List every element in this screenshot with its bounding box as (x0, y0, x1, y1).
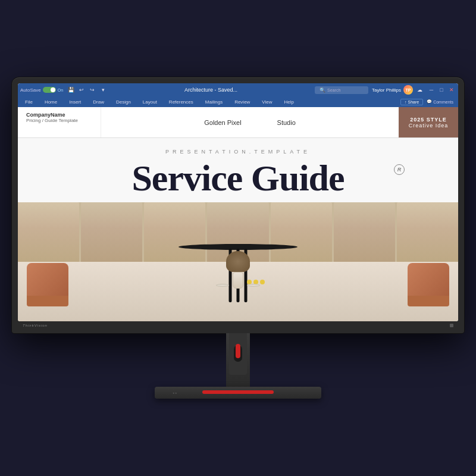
tab-draw[interactable]: Draw (90, 98, 107, 106)
centerpiece (226, 251, 250, 289)
golden-pixel: Golden Pixel (204, 119, 241, 126)
wood-panel-6 (334, 202, 395, 268)
tab-home[interactable]: Home (42, 98, 60, 106)
tab-view[interactable]: View (259, 98, 274, 106)
monitor-wrapper: AutoSave On 💾 ↩ ↪ ▾ Architecture - Saved… (6, 77, 470, 399)
search-placeholder: Search (327, 88, 340, 92)
user-avatar[interactable]: TP (403, 85, 413, 95)
base-logo-area: ●● (173, 391, 177, 394)
chair-left (27, 263, 68, 317)
comments-icon: 💬 (427, 99, 432, 104)
chair-right-seat (408, 296, 449, 306)
word-ribbon-tabs: File Home Insert Draw Design Layout Refe… (18, 96, 458, 107)
minimize-button[interactable]: ─ (427, 86, 436, 94)
service-guide-title: Service Guide (18, 159, 458, 202)
search-icon: 🔍 (320, 87, 325, 93)
word-titlebar: AutoSave On 💾 ↩ ↪ ▾ Architecture - Saved… (18, 83, 458, 96)
monitor-indicator[interactable] (450, 324, 453, 327)
doc-title-center: Golden Pixel Studio (101, 107, 399, 137)
doc-company-area: CompanyName Pricing / Guide Template (18, 107, 101, 137)
monitor-base: ●● (155, 387, 321, 399)
autosave-state: On (58, 88, 63, 92)
window-controls: ─ □ ✕ (427, 86, 456, 94)
plate-left (216, 284, 229, 287)
autosave-toggle[interactable] (43, 87, 56, 93)
maximize-button[interactable]: □ (437, 86, 446, 94)
neck-red-accent (236, 344, 240, 358)
wood-panel-7 (397, 202, 458, 268)
doc-body: PRESENTATION.TEMPLATE Service Guide R (18, 138, 458, 321)
close-button[interactable]: ✕ (447, 86, 456, 94)
style-year-label: 2025 STYLE (410, 117, 447, 123)
style-badge: 2025 STYLE Creative Idea (399, 107, 458, 137)
toggle-dot (51, 87, 55, 92)
undo-icon[interactable]: ↩ (77, 86, 86, 94)
plate-right (247, 284, 260, 287)
chair-left-seat (27, 296, 68, 306)
plant-top (226, 251, 250, 272)
search-bar[interactable]: 🔍 Search (315, 86, 368, 94)
chair-left-back (27, 263, 68, 296)
user-area: Taylor Phillips TP ☁ (372, 85, 424, 95)
user-name: Taylor Phillips (372, 87, 401, 93)
save-icon[interactable]: 💾 (67, 86, 75, 94)
neck-body (229, 333, 247, 375)
share-button[interactable]: ↑ Share (400, 99, 423, 105)
tab-design[interactable]: Design (114, 98, 133, 106)
pricing-guide: Pricing / Guide Template (26, 118, 92, 123)
tab-file[interactable]: File (23, 98, 35, 106)
tab-layout[interactable]: Layout (140, 98, 159, 106)
plates-area (216, 284, 260, 287)
cloud-icon[interactable]: ☁ (415, 86, 424, 94)
monitor-bottom: ThinkVision (18, 321, 458, 330)
monitor-screen-area: AutoSave On 💾 ↩ ↪ ▾ Architecture - Saved… (18, 83, 458, 321)
wood-panel-2 (81, 202, 142, 268)
company-name: CompanyName (26, 112, 92, 118)
thinkvision-logo: ThinkVision (23, 324, 48, 327)
studio-text: Studio (277, 119, 296, 126)
tab-mailings[interactable]: Mailings (203, 98, 225, 106)
monitor-neck (226, 333, 250, 387)
redo-icon[interactable]: ↪ (88, 86, 96, 94)
chair-right (408, 263, 449, 317)
screen-content: AutoSave On 💾 ↩ ↪ ▾ Architecture - Saved… (18, 83, 458, 321)
title-filename: Architecture - Saved... (111, 87, 311, 93)
ribbon-right: ↑ Share 💬 Comments (400, 99, 453, 105)
base-red-strip (202, 390, 274, 394)
comments-label: Comments (433, 100, 453, 104)
share-label: Share (408, 100, 419, 104)
style-idea-label: Creative Idea (409, 123, 449, 129)
customize-icon[interactable]: ▾ (99, 86, 107, 94)
autosave-label: AutoSave (20, 87, 41, 93)
autosave-area: AutoSave On (20, 87, 63, 93)
titlebar-icons: 💾 ↩ ↪ ▾ (67, 86, 107, 94)
tab-insert[interactable]: Insert (67, 98, 83, 106)
fruit-3 (260, 280, 265, 284)
comments-button[interactable]: 💬 Comments (427, 99, 453, 105)
doc-header: CompanyName Pricing / Guide Template Gol… (18, 107, 458, 138)
presentation-subtitle: PRESENTATION.TEMPLATE (18, 138, 458, 159)
registered-badge: R (394, 164, 405, 175)
chair-right-back (408, 263, 449, 296)
tab-references[interactable]: References (167, 98, 196, 106)
monitor-bezel: AutoSave On 💾 ↩ ↪ ▾ Architecture - Saved… (12, 77, 464, 333)
tab-help[interactable]: Help (282, 98, 296, 106)
interior-photo (18, 202, 458, 321)
wood-panel-1 (18, 202, 79, 268)
tab-review[interactable]: Review (232, 98, 252, 106)
